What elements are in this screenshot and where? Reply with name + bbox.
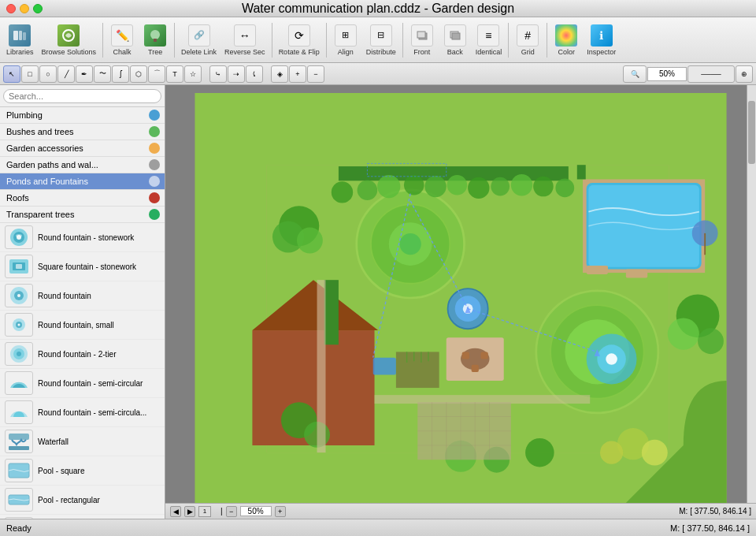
pointer-tool[interactable]: ↖ — [3, 65, 20, 83]
cat-roofs[interactable]: Roofs — [0, 190, 165, 207]
garden-canvas[interactable] — [173, 93, 748, 503]
cat-transparent-trees-label: Transparent trees — [6, 210, 74, 219]
libraries-label: Libraries — [6, 48, 34, 56]
pen-tool[interactable]: ✒ — [76, 65, 93, 83]
libraries-button[interactable]: Libraries — [3, 20, 37, 60]
align-button[interactable]: ⊞ Align — [330, 20, 361, 60]
svg-rect-2 — [23, 32, 26, 40]
svg-rect-39 — [588, 185, 699, 267]
svg-rect-88 — [317, 280, 326, 452]
grid-button[interactable]: # Grid — [512, 20, 543, 60]
zoom-input[interactable] — [647, 67, 687, 81]
arc-tool[interactable]: ⌒ — [148, 65, 165, 83]
cat-plumbing[interactable]: Plumbing — [0, 107, 165, 124]
vertical-scrollbar[interactable] — [747, 85, 756, 503]
item-thumb-10 — [5, 517, 33, 519]
svg-point-22 — [18, 324, 20, 326]
list-item[interactable]: Pool - rectangular — [0, 486, 165, 515]
list-item[interactable]: Round fountain - stonework — [0, 223, 165, 252]
identical-button[interactable]: ≡ Identical — [472, 20, 506, 60]
grid-icon: # — [517, 24, 539, 47]
list-item[interactable]: Round fountain, small — [0, 311, 165, 340]
cat-transparent-trees[interactable]: Transparent trees — [0, 207, 165, 223]
back-button[interactable]: Back — [439, 20, 471, 60]
zoom-in-tool[interactable]: + — [289, 65, 306, 83]
zoom-max[interactable]: ⊕ — [736, 65, 753, 83]
chalk-button[interactable]: ✏️ Chalk — [106, 20, 138, 60]
dellink-button[interactable]: 🔗 Delete Link — [178, 20, 220, 60]
node-tool[interactable]: ◈ — [271, 65, 288, 83]
svg-rect-59 — [462, 352, 469, 359]
reverse-button[interactable]: ↔ Reverse Sec — [221, 20, 269, 60]
align-label: Align — [338, 48, 354, 56]
item-thumb-9 — [5, 488, 33, 512]
svg-rect-60 — [481, 352, 488, 359]
freehand-tool[interactable]: 〜 — [94, 65, 111, 83]
toolbar-sep-1 — [102, 23, 103, 58]
item-thumb-4 — [5, 342, 33, 366]
cat-accessories-icon — [149, 143, 160, 154]
rectangle-tool[interactable]: □ — [21, 65, 39, 83]
connect-tool[interactable]: ⤷ — [209, 65, 227, 83]
close-button[interactable] — [6, 4, 16, 13]
maximize-button[interactable] — [33, 4, 43, 13]
zoom-slider[interactable]: ──── — [687, 65, 735, 83]
cat-accessories[interactable]: Garden accessories — [0, 140, 165, 157]
search-input[interactable] — [3, 89, 161, 103]
list-item[interactable]: Pool - L-shaped — [0, 515, 165, 519]
rotate-button[interactable]: ⟳ Rotate & Flip — [276, 20, 323, 60]
connect3-tool[interactable]: ⤹ — [246, 65, 263, 83]
svg-rect-56 — [373, 358, 396, 375]
canvas-next-btn[interactable]: ▶ — [184, 506, 195, 517]
text-tool[interactable]: T — [166, 65, 183, 83]
page-buttons: 1 — [198, 506, 211, 517]
polygon-tool[interactable]: ⬡ — [130, 65, 147, 83]
cat-bushes[interactable]: Bushes and trees — [0, 124, 165, 140]
scroll-thumb-vertical[interactable] — [748, 101, 755, 164]
svg-rect-16 — [16, 264, 22, 269]
color-button[interactable]: Color — [550, 20, 582, 60]
browse-solutions-button[interactable]: Browse Solutions — [39, 20, 100, 60]
inspector-button[interactable]: ℹ Inspector — [584, 20, 619, 60]
list-item[interactable]: Round fountain - 2-tier — [0, 340, 165, 369]
svg-point-65 — [297, 228, 323, 254]
list-item[interactable]: Round fountain — [0, 281, 165, 311]
ellipse-tool[interactable]: ○ — [39, 65, 57, 83]
connect2-tool[interactable]: ⇢ — [228, 65, 245, 83]
svg-rect-9 — [452, 33, 460, 39]
front-button[interactable]: Front — [406, 20, 438, 60]
cat-ponds-label: Ponds and Fountains — [6, 177, 88, 186]
list-item[interactable]: Round fountain - semi-circula... — [0, 398, 165, 427]
list-item[interactable]: Round fountain - semi-circular — [0, 369, 165, 398]
svg-rect-0 — [13, 31, 18, 40]
grid-label: Grid — [521, 48, 535, 56]
smart-shape-tool[interactable]: ☆ — [184, 65, 202, 83]
category-list: Plumbing Bushes and trees Garden accesso… — [0, 107, 165, 223]
zoom-percentage-input[interactable] — [240, 506, 272, 516]
svg-rect-26 — [9, 434, 29, 440]
tree-button[interactable]: Tree — [139, 20, 171, 60]
inspector-icon: ℹ — [591, 24, 613, 47]
titlebar: Water communication plan.cddz - Garden d… — [0, 0, 756, 17]
minimize-button[interactable] — [20, 4, 29, 13]
cat-transparent-trees-icon — [149, 209, 160, 220]
distribute-button[interactable]: ⊟ Distribute — [363, 20, 399, 60]
page-1-btn[interactable]: 1 — [198, 506, 211, 517]
distribute-icon: ⊟ — [370, 24, 392, 47]
color-icon — [555, 24, 577, 47]
list-item[interactable]: Pool - square — [0, 456, 165, 486]
main-toolbar: Libraries Browse Solutions ✏️ Chalk Tree… — [0, 17, 756, 63]
item-thumb-1 — [5, 255, 33, 278]
item-thumb-0 — [5, 225, 33, 249]
cat-ponds[interactable]: Ponds and Fountains — [0, 173, 165, 190]
cat-paths[interactable]: Garden paths and wal... — [0, 157, 165, 173]
canvas-prev-btn[interactable]: ◀ — [170, 506, 181, 517]
list-item[interactable]: Waterfall — [0, 427, 165, 456]
zoom-decrease-btn[interactable]: − — [226, 506, 237, 517]
bezier-tool[interactable]: ʃ — [112, 65, 129, 83]
zoom-out-tool[interactable]: − — [307, 65, 324, 83]
zoom-increase-btn[interactable]: + — [275, 506, 286, 517]
line-tool[interactable]: ╱ — [57, 65, 75, 83]
list-item[interactable]: Square fountain - stonework — [0, 252, 165, 281]
zoom-fit-tool[interactable]: 🔍 — [623, 65, 647, 83]
